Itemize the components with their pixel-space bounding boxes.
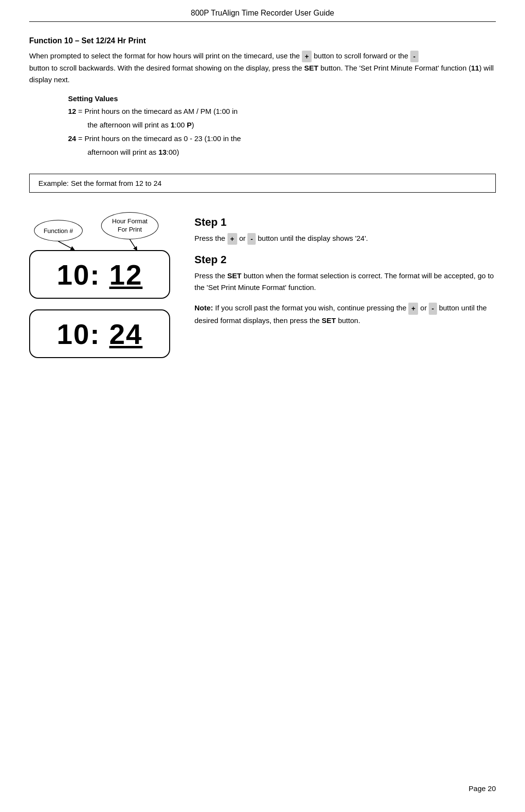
display2-val1: 2 [109, 318, 126, 350]
note-text: Note: If you scroll past the format you … [194, 302, 496, 326]
note-or: or [420, 304, 427, 312]
setting-12-paren: ) [192, 121, 194, 129]
step1-minus-btn: - [247, 233, 256, 245]
para1-text1: When prompted to select the format for h… [29, 52, 300, 60]
step1-or: or [239, 234, 245, 242]
note-set-btn: SET [322, 316, 336, 325]
step2-set-btn: SET [228, 271, 242, 280]
example-text: Example: Set the format from 12 to 24 [38, 179, 161, 187]
step1-title: Step 1 [194, 216, 496, 229]
step1-plus-btn: + [228, 233, 237, 245]
diagram-steps-container: Function # Hour FormatFor Print [29, 206, 496, 369]
setting-24-text: = Print hours on the timecard as 0 - 23 … [78, 134, 241, 143]
step2-text1: Press the [194, 271, 225, 280]
display-box-2: 10: 2 4 [29, 309, 170, 358]
step1-text: Press the + or - button until the displa… [194, 233, 496, 245]
step1-text1: Press the [194, 234, 225, 242]
note-text1: If you scroll past the format you wish, … [215, 304, 407, 312]
setting-24-num: 24 [68, 134, 76, 143]
callout-arrows-svg [29, 206, 180, 250]
example-box: Example: Set the format from 12 to 24 [29, 174, 496, 193]
display2-prefix: 10: [57, 318, 109, 350]
section-heading: Function 10 – Set 12/24 Hr Print [29, 36, 496, 45]
step2-title: Step 2 [194, 253, 496, 266]
header-title: 800P TruAlign Time Recorder User Guide [191, 9, 334, 17]
para1-text4: button. The 'Set Print Minute Format' fu… [320, 64, 471, 72]
setting-24: 24 = Print hours on the timecard as 0 - … [68, 133, 496, 144]
svg-line-1 [130, 239, 136, 249]
display2-val2: 4 [126, 318, 142, 350]
setting-12-num: 12 [68, 107, 76, 115]
setting-24-indent-text: afternoon will print as [88, 148, 157, 156]
setting-values: Setting Values 12 = Print hours on the t… [68, 94, 496, 158]
display1-prefix: 10: [57, 258, 109, 291]
set-btn-inline: SET [304, 64, 318, 72]
note-minus-btn: - [429, 303, 437, 314]
display1-val2: 2 [126, 258, 142, 291]
setting-12-indent: the afternoon will print as 1:00 P) [88, 119, 496, 131]
diagram-column: Function # Hour FormatFor Print [29, 206, 180, 369]
minus-button-inline: - [410, 51, 419, 62]
plus-button-inline: + [302, 51, 312, 62]
setting-12-indent-text: the afternoon will print as [88, 121, 169, 129]
setting-12-text: = Print hours on the timecard as AM / PM… [78, 107, 238, 115]
function-num: 11 [471, 64, 479, 72]
para1-text2: button to scroll forward or the [314, 52, 408, 60]
page-header: 800P TruAlign Time Recorder User Guide [29, 0, 496, 22]
steps-column: Step 1 Press the + or - button until the… [194, 206, 496, 326]
setting-12-bold2: P [187, 121, 192, 129]
display1-val1: 1 [109, 258, 126, 291]
note-bold: Note: [194, 304, 213, 312]
paragraph-1: When prompted to select the format for h… [29, 50, 496, 86]
setting-24-end: :00) [167, 148, 179, 156]
note-text3: button. [338, 316, 360, 325]
page-number: Page 20 [469, 784, 496, 793]
step2-text: Press the SET button when the format sel… [194, 270, 496, 293]
setting-12: 12 = Print hours on the timecard as AM /… [68, 106, 496, 117]
display-box-1: 10: 1 2 [29, 250, 170, 299]
page: 800P TruAlign Time Recorder User Guide F… [0, 0, 525, 812]
page-footer: Page 20 [469, 784, 496, 793]
step1-text2: button until the display shows '24'. [258, 234, 368, 242]
setting-24-bold: 13 [158, 148, 167, 156]
setting-12-end: :00 [175, 121, 185, 129]
setting-24-indent: afternoon will print as 13:00) [88, 146, 496, 158]
setting-values-title: Setting Values [68, 94, 496, 103]
callout-area: Function # Hour FormatFor Print [29, 206, 180, 250]
svg-line-0 [58, 241, 73, 249]
note-plus-btn: + [408, 303, 418, 314]
para1-text3: button to scroll backwards. With the des… [29, 64, 302, 72]
